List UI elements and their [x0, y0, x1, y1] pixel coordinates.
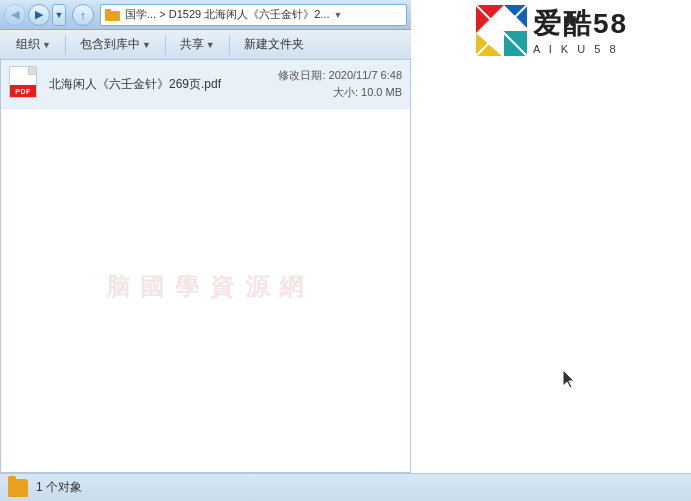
- pdf-label: PDF: [10, 85, 36, 97]
- file-size: 大小: 10.0 MB: [278, 85, 402, 100]
- toolbar: 组织 ▼ 包含到库中 ▼ 共享 ▼ 新建文件夹: [0, 30, 411, 60]
- up-button[interactable]: ↑: [72, 4, 94, 26]
- history-dropdown-button[interactable]: ▼: [52, 4, 66, 26]
- svg-rect-7: [105, 9, 111, 13]
- logo-text: 爱酷58 A I K U 5 8: [533, 5, 628, 55]
- title-bar: ◀ ▶ ▼ ↑ 国学... > D1529 北海闲人《六壬金针》2... ▼: [0, 0, 411, 30]
- svg-marker-8: [563, 370, 574, 388]
- logo-kite-icon: [474, 3, 529, 58]
- share-button[interactable]: 共享 ▼: [172, 33, 223, 57]
- organize-button[interactable]: 组织 ▼: [8, 33, 59, 57]
- include-dropdown-icon: ▼: [142, 40, 151, 50]
- mouse-cursor: [563, 370, 577, 393]
- new-folder-button[interactable]: 新建文件夹: [236, 33, 312, 57]
- file-item[interactable]: PDF 北海闲人《六壬金针》269页.pdf 修改日期: 2020/11/7 6…: [1, 60, 410, 109]
- separator-2: [165, 35, 166, 55]
- include-library-button[interactable]: 包含到库中 ▼: [72, 33, 159, 57]
- nav-buttons: ◀ ▶ ▼ ↑: [4, 4, 94, 26]
- logo-graphic: 爱酷58 A I K U 5 8: [474, 3, 628, 58]
- logo-pinyin-text: A I K U 5 8: [533, 43, 628, 55]
- pdf-file-icon: PDF: [9, 66, 41, 102]
- separator-1: [65, 35, 66, 55]
- status-count-text: 1 个对象: [36, 479, 82, 496]
- address-bar[interactable]: 国学... > D1529 北海闲人《六壬金针》2... ▼: [100, 4, 407, 26]
- file-date: 修改日期: 2020/11/7 6:48: [278, 68, 402, 83]
- address-text: 国学... > D1529 北海闲人《六壬金针》2...: [125, 7, 329, 22]
- status-folder-icon: [8, 479, 28, 497]
- file-list-area: PDF 北海闲人《六壬金针》269页.pdf 修改日期: 2020/11/7 6…: [0, 60, 411, 473]
- share-dropdown-icon: ▼: [206, 40, 215, 50]
- status-bar: 1 个对象: [0, 473, 691, 501]
- logo-chinese-text: 爱酷58: [533, 5, 628, 43]
- logo-area: 爱酷58 A I K U 5 8: [411, 0, 691, 60]
- separator-3: [229, 35, 230, 55]
- organize-dropdown-icon: ▼: [42, 40, 51, 50]
- file-name: 北海闲人《六壬金针》269页.pdf: [49, 76, 278, 93]
- file-meta: 修改日期: 2020/11/7 6:48 大小: 10.0 MB: [278, 68, 402, 100]
- back-button[interactable]: ◀: [4, 4, 26, 26]
- address-dropdown-icon: ▼: [333, 10, 342, 20]
- forward-button[interactable]: ▶: [28, 4, 50, 26]
- folder-icon: [105, 7, 121, 23]
